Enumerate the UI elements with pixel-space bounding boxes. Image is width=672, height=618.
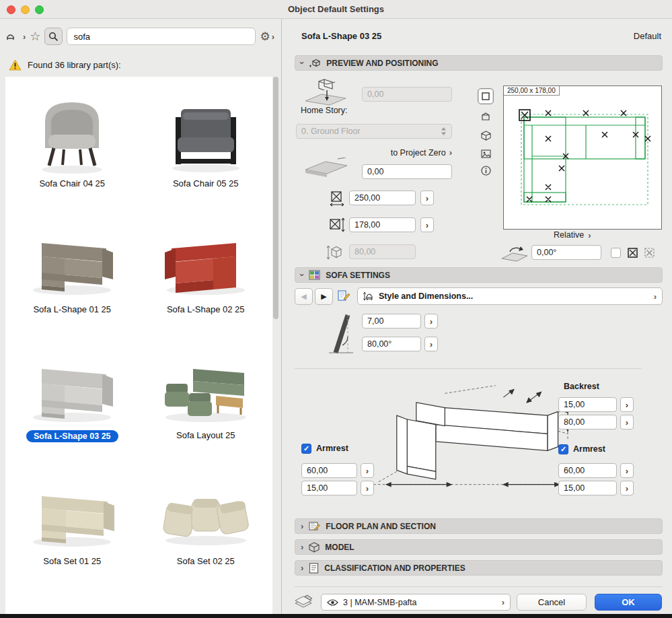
width-stepper-button[interactable]: › [420, 191, 434, 205]
browse-flyout-chevron-icon[interactable]: › [23, 32, 26, 41]
chevron-right-icon: › [301, 563, 303, 572]
armrest-left-width-stepper[interactable]: › [361, 463, 374, 478]
layer-icon[interactable] [294, 594, 314, 613]
library-item[interactable]: Sofa Layout 25 [139, 334, 273, 460]
hotspot-solid-button[interactable] [626, 246, 639, 259]
scrollbar-thumb[interactable] [273, 77, 278, 319]
search-input[interactable] [67, 28, 256, 45]
zoom-window-button[interactable] [35, 5, 44, 14]
backrest-height-stepper[interactable]: › [620, 397, 634, 412]
style-dimensions-dropdown[interactable]: Style and Dimensions... › [357, 287, 663, 305]
search-settings-button[interactable]: ⚙ › [260, 30, 274, 44]
gear-chevron-icon: › [272, 32, 274, 41]
view-info-button[interactable] [478, 162, 494, 178]
previous-page-button[interactable]: ◀ [295, 288, 313, 305]
armrest-left-height-stepper[interactable]: › [361, 481, 374, 495]
object-depth-field[interactable]: 178,00 [349, 217, 416, 232]
close-window-button[interactable] [7, 5, 15, 14]
triangle-right-icon: ▶ [321, 292, 326, 301]
section-title: CLASSIFICATION AND PROPERTIES [324, 563, 465, 573]
armrest-right-width-field[interactable]: 60,00 [558, 463, 617, 478]
floor-plan-icon [309, 521, 320, 531]
chevron-right-icon: › [301, 543, 303, 551]
front-view-icon [481, 112, 490, 121]
cancel-button-label: Cancel [538, 597, 565, 607]
browse-library-icon[interactable] [5, 30, 19, 42]
armrest-right-checkbox[interactable]: ✓ [558, 444, 568, 454]
library-item[interactable]: Sofa L-Shape 02 25 [139, 208, 273, 334]
armrest-right-height-field[interactable]: 15,00 [558, 481, 617, 495]
library-item[interactable]: Sofa Chair 04 25 [5, 82, 139, 208]
cancel-button[interactable]: Cancel [517, 594, 587, 611]
view-preview-button[interactable] [478, 145, 494, 162]
view-3d-button[interactable] [478, 127, 494, 143]
library-item[interactable]: Sofa Set 02 25 [139, 460, 273, 586]
settings-panel: Sofa L-Shape 03 25 Default › PREVIEW AND… [282, 19, 672, 614]
thumbnail-sofa-set-02 [155, 465, 257, 553]
seat-thickness-stepper[interactable]: › [424, 314, 438, 329]
library-item-label: Sofa Chair 04 25 [39, 178, 105, 188]
backrest-depth-stepper[interactable]: › [620, 415, 634, 430]
armrest-right-width-stepper[interactable]: › [620, 463, 634, 478]
mirror-checkbox[interactable] [611, 248, 621, 258]
object-height-field: 80,00 [349, 244, 416, 259]
search-toolbar: › ☆ ⚙ › [5, 27, 274, 46]
section-model[interactable]: › MODEL [295, 539, 663, 555]
relative-menu-button[interactable]: › [588, 231, 591, 240]
section-floor-plan[interactable]: › FLOOR PLAN AND SECTION [295, 518, 663, 534]
armrest-left-checkbox[interactable]: ✓ [301, 444, 311, 454]
section-title: SOFA SETTINGS [326, 271, 390, 280]
reference-offset-field[interactable]: 0,00 [362, 164, 452, 179]
library-item-label: Sofa L-Shape 02 25 [167, 304, 245, 314]
reference-level-label: to Project Zero [391, 148, 446, 158]
seat-thickness-field[interactable]: 7,00 [362, 314, 421, 329]
library-item-label: Sofa L-Shape 01 25 [33, 304, 111, 314]
rotation-field[interactable]: 0,00° [531, 245, 601, 260]
reference-level-icon [304, 158, 348, 178]
object-width-field[interactable]: 250,00 [349, 191, 416, 205]
object-default-settings-window: Object Default Settings › ☆ ⚙ › Found 36… [0, 0, 672, 618]
minimize-window-button[interactable] [21, 5, 30, 14]
triangle-left-icon: ◀ [301, 292, 306, 301]
backrest-label: Backrest [564, 382, 599, 391]
armrest-left-width-field[interactable]: 60,00 [301, 463, 357, 478]
view-front-button[interactable] [478, 108, 494, 125]
library-item[interactable]: Sofa Chair 05 25 [139, 82, 273, 208]
library-item[interactable]: Sofa L-Shape 01 25 [5, 208, 139, 334]
armrest-left-height-field[interactable]: 15,00 [301, 481, 357, 495]
layer-dropdown[interactable]: 3 | MAM-SMB-pafta › [321, 594, 511, 611]
transfer-settings-icon[interactable] [337, 289, 350, 306]
backrest-height-field[interactable]: 15,00 [558, 397, 617, 412]
plan-preview-viewport[interactable]: 250,00 x 178,00 [503, 85, 662, 230]
layer-value: 3 | MAM-SMB-pafta [343, 598, 497, 607]
library-item-label: Sofa Set 01 25 [43, 556, 101, 566]
armrest-right-height-stepper[interactable]: › [620, 481, 634, 495]
sofa-dimensions-diagram [373, 373, 568, 505]
section-preview-positioning[interactable]: › PREVIEW AND POSITIONING [295, 55, 663, 71]
library-item[interactable]: Sofa Set 01 25 [5, 460, 139, 586]
thumbnail-sofa-lshape-01 [21, 213, 123, 301]
library-item[interactable]: Sofa L-Shape 03 25 [5, 334, 139, 460]
search-results-row: Found 36 library part(s): [9, 59, 121, 71]
plan-view-icon [482, 92, 490, 100]
reference-level-menu-button[interactable]: › [449, 148, 452, 158]
section-classification[interactable]: › CLASSIFICATION AND PROPERTIES [295, 560, 663, 576]
backrest-angle-stepper[interactable]: › [424, 337, 438, 351]
armrest-left-label: Armrest [316, 444, 348, 453]
ok-button[interactable]: OK [595, 594, 662, 611]
library-browser-panel: › ☆ ⚙ › Found 36 library part(s): Sofa [0, 19, 282, 614]
favorites-star-icon[interactable]: ☆ [30, 29, 40, 44]
depth-stepper-button[interactable]: › [420, 217, 434, 232]
search-mode-button[interactable] [44, 28, 63, 45]
backrest-depth-field[interactable]: 80,00 [558, 415, 617, 430]
next-page-button[interactable]: ▶ [315, 288, 333, 305]
hotspot-dashed-button[interactable] [642, 246, 656, 259]
section-title: FLOOR PLAN AND SECTION [326, 522, 436, 531]
thumbnail-sofa-layout [155, 339, 257, 427]
backrest-angle-icon [325, 311, 356, 358]
backrest-angle-field[interactable]: 80,00° [362, 337, 421, 351]
section-sofa-settings[interactable]: › SOFA SETTINGS [295, 267, 663, 283]
view-2d-plan-button[interactable] [478, 88, 494, 104]
library-scrollbar[interactable] [273, 77, 279, 607]
results-count-text: Found 36 library part(s): [28, 60, 121, 70]
